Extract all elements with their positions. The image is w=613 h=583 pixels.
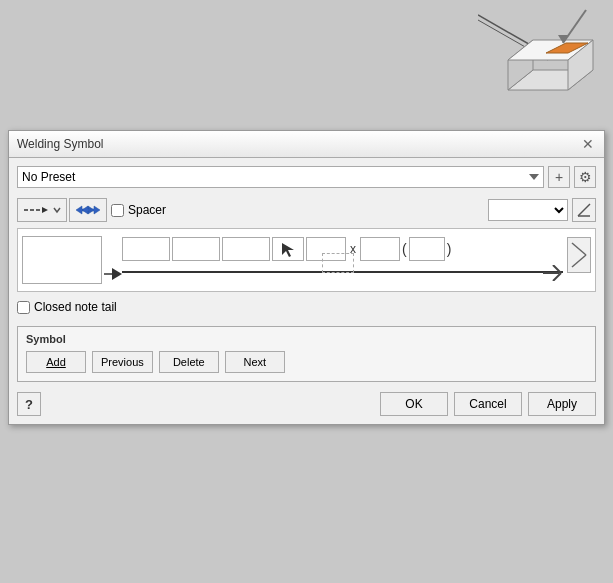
welding-symbol-dialog: Welding Symbol ✕ No Preset + ⚙ [8, 130, 605, 425]
weld-connector-arrow [104, 236, 122, 284]
ok-button[interactable]: OK [380, 392, 448, 416]
svg-line-22 [553, 273, 561, 281]
weld-input-6[interactable] [409, 237, 445, 261]
weld-right-button[interactable] [567, 237, 591, 273]
svg-line-18 [572, 243, 586, 255]
right-icon-button[interactable] [572, 198, 596, 222]
open-paren: ( [402, 241, 407, 257]
spacer-label: Spacer [128, 203, 166, 217]
previous-symbol-button[interactable]: Previous [92, 351, 153, 373]
svg-marker-12 [82, 206, 100, 214]
arrow-mode-button[interactable] [17, 198, 67, 222]
cancel-button[interactable]: Cancel [454, 392, 522, 416]
cursor-icon [280, 241, 296, 257]
spacer-check-area: Spacer [111, 203, 166, 217]
close-paren: ) [447, 241, 452, 257]
settings-button[interactable]: ⚙ [574, 166, 596, 188]
welding-illustration [478, 5, 608, 125]
closed-note-row: Closed note tail [17, 300, 596, 314]
dropdown-arrow-icon [52, 203, 62, 217]
closed-note-checkbox[interactable] [17, 301, 30, 314]
bottom-row: ? OK Cancel Apply [17, 392, 596, 416]
style-select[interactable] [488, 199, 568, 221]
dialog-titlebar: Welding Symbol ✕ [9, 131, 604, 158]
angle-icon [576, 202, 592, 218]
add-preset-button[interactable]: + [548, 166, 570, 188]
weld-marker-square [322, 253, 354, 273]
illustration-area [473, 0, 613, 130]
flip-button[interactable] [69, 198, 107, 222]
end-tail-arrow [543, 265, 563, 281]
apply-button[interactable]: Apply [528, 392, 596, 416]
spacer-checkbox[interactable] [111, 204, 124, 217]
symbol-buttons-row: Add Previous Delete Next [26, 351, 587, 373]
weld-input-1[interactable] [122, 237, 170, 261]
dialog-title: Welding Symbol [17, 137, 103, 151]
cursor-box [272, 237, 304, 261]
add-symbol-button[interactable]: Add [26, 351, 86, 373]
next-symbol-button[interactable]: Next [225, 351, 285, 373]
close-button[interactable]: ✕ [580, 137, 596, 151]
preset-row: No Preset + ⚙ [17, 166, 596, 188]
symbol-section: Symbol Add Previous Delete Next [17, 326, 596, 382]
preset-select[interactable]: No Preset [17, 166, 544, 188]
svg-line-21 [553, 265, 561, 273]
dialog-body: No Preset + ⚙ [9, 158, 604, 424]
svg-line-13 [578, 204, 590, 216]
arrow-row: Spacer [17, 198, 596, 222]
weld-input-3[interactable] [222, 237, 270, 261]
svg-line-19 [572, 255, 586, 267]
dropdown-right-area [488, 198, 596, 222]
symbol-section-label: Symbol [26, 333, 587, 345]
delete-symbol-button[interactable]: Delete [159, 351, 219, 373]
weld-input-2[interactable] [172, 237, 220, 261]
svg-marker-10 [42, 207, 48, 213]
help-button[interactable]: ? [17, 392, 41, 416]
closed-note-label: Closed note tail [34, 300, 117, 314]
action-buttons: OK Cancel Apply [380, 392, 596, 416]
flip-icon [74, 201, 102, 219]
weld-angle-button-icon [570, 241, 588, 269]
weld-input-5[interactable] [360, 237, 400, 261]
arrow-mode-icon [22, 203, 50, 217]
weld-diagram: x ( ) [17, 228, 596, 292]
weld-preview-box [22, 236, 102, 284]
svg-marker-17 [282, 243, 294, 257]
svg-line-7 [563, 10, 586, 43]
svg-marker-16 [112, 268, 122, 280]
